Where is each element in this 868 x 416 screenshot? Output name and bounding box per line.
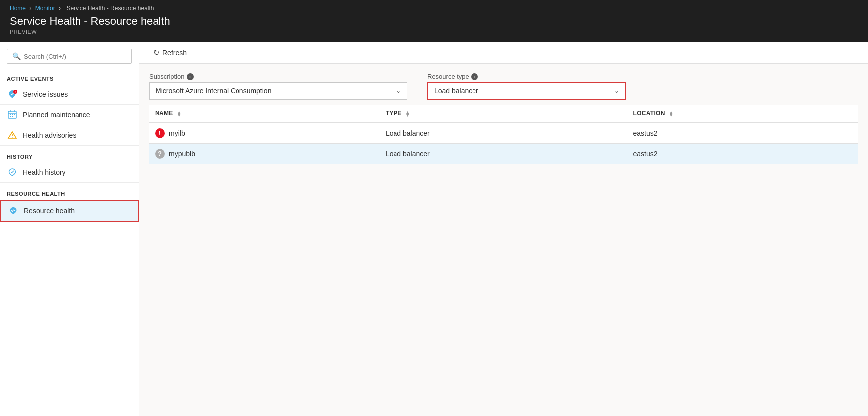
resource-type-value: Load balancer xyxy=(434,87,478,95)
subscription-select[interactable]: Microsoft Azure Internal Consumption ⌄ xyxy=(149,82,407,100)
resource-type-info-icon[interactable]: i xyxy=(471,73,478,80)
refresh-button[interactable]: ↻ Refresh xyxy=(149,46,191,59)
page-title: Service Health - Resource health xyxy=(10,15,858,28)
toolbar: ↻ Refresh xyxy=(139,42,868,64)
service-issues-icon: ! xyxy=(7,89,18,100)
svg-rect-8 xyxy=(14,114,15,115)
search-box[interactable]: 🔍 xyxy=(7,49,132,64)
subscription-info-icon[interactable]: i xyxy=(187,73,194,80)
resource-health-icon xyxy=(8,205,19,216)
content-area: ↻ Refresh Subscription i Microsoft Azure… xyxy=(139,42,868,416)
svg-rect-7 xyxy=(12,114,13,115)
svg-point-12 xyxy=(12,137,13,138)
breadcrumb-home[interactable]: Home xyxy=(10,5,26,12)
col-location-label: LOCATION xyxy=(633,110,665,117)
resources-table: NAME ▲▼ TYPE ▲▼ LOCATION ▲▼ xyxy=(149,105,858,164)
active-events-section-label: ACTIVE EVENTS xyxy=(0,72,139,84)
svg-rect-6 xyxy=(10,114,11,115)
resource-type-select[interactable]: Load balancer ⌄ xyxy=(427,82,626,100)
col-location-sort-icon[interactable]: ▲▼ xyxy=(669,111,673,117)
resource-type-chevron-icon: ⌄ xyxy=(614,87,619,94)
row1-status-icon: ! xyxy=(155,128,165,138)
row2-type: Load balancer xyxy=(380,143,628,164)
sidebar-item-planned-maintenance[interactable]: Planned maintenance xyxy=(0,105,139,125)
sidebar: 🔍 ACTIVE EVENTS ! Service issues xyxy=(0,42,139,416)
col-name-label: NAME xyxy=(155,110,173,117)
refresh-label: Refresh xyxy=(162,49,187,57)
subscription-label: Subscription i xyxy=(149,73,407,80)
breadcrumb-monitor[interactable]: Monitor xyxy=(35,5,55,12)
top-header: Home › Monitor › Service Health - Resour… xyxy=(0,0,868,42)
sidebar-item-service-issues[interactable]: ! Service issues xyxy=(0,84,139,105)
sidebar-item-health-advisories[interactable]: Health advisories xyxy=(0,125,139,146)
row1-name: myilb xyxy=(169,129,185,137)
breadcrumb: Home › Monitor › Service Health - Resour… xyxy=(10,5,858,12)
row2-status-icon: ? xyxy=(155,149,165,159)
sidebar-item-service-issues-label: Service issues xyxy=(23,90,68,98)
col-name-sort-icon[interactable]: ▲▼ xyxy=(177,111,181,117)
svg-rect-10 xyxy=(12,116,13,117)
col-header-name: NAME ▲▼ xyxy=(149,105,380,122)
resource-type-label: Resource type i xyxy=(427,73,626,80)
sidebar-item-resource-health-label: Resource health xyxy=(24,207,75,215)
sidebar-item-resource-health[interactable]: Resource health xyxy=(0,200,139,222)
search-input[interactable] xyxy=(24,53,126,60)
row2-location: eastus2 xyxy=(628,143,858,164)
col-header-location: LOCATION ▲▼ xyxy=(628,105,858,122)
refresh-icon: ↻ xyxy=(153,48,159,57)
filters-row: Subscription i Microsoft Azure Internal … xyxy=(139,64,868,105)
planned-maintenance-icon xyxy=(7,109,18,120)
row1-type: Load balancer xyxy=(380,123,628,144)
col-type-sort-icon[interactable]: ▲▼ xyxy=(405,111,410,117)
sidebar-item-health-history[interactable]: Health history xyxy=(0,163,139,183)
table-container: NAME ▲▼ TYPE ▲▼ LOCATION ▲▼ xyxy=(139,105,868,416)
table-row[interactable]: ! myilb Load balancer eastus2 xyxy=(149,123,858,144)
row1-name-cell: ! myilb xyxy=(149,123,380,144)
subscription-chevron-icon: ⌄ xyxy=(396,87,401,94)
health-history-icon xyxy=(7,167,18,178)
resource-health-section-label: RESOURCE HEALTH xyxy=(0,187,139,200)
row2-name: mypublb xyxy=(169,150,195,158)
svg-rect-9 xyxy=(10,116,11,117)
page-subtitle: PREVIEW xyxy=(10,29,858,35)
subscription-filter-group: Subscription i Microsoft Azure Internal … xyxy=(149,73,407,100)
table-row[interactable]: ? mypublb Load balancer eastus2 xyxy=(149,143,858,164)
col-header-type: TYPE ▲▼ xyxy=(380,105,628,122)
sidebar-item-health-advisories-label: Health advisories xyxy=(23,131,76,139)
health-advisories-icon xyxy=(7,130,18,141)
svg-rect-11 xyxy=(12,134,13,136)
resource-type-filter-group: Resource type i Load balancer ⌄ xyxy=(427,73,626,100)
search-icon: 🔍 xyxy=(12,52,21,60)
sidebar-item-planned-maintenance-label: Planned maintenance xyxy=(23,111,90,119)
breadcrumb-current: Service Health - Resource health xyxy=(66,5,154,12)
table-header-row: NAME ▲▼ TYPE ▲▼ LOCATION ▲▼ xyxy=(149,105,858,122)
row1-location: eastus2 xyxy=(628,123,858,144)
col-type-label: TYPE xyxy=(386,110,402,117)
sidebar-item-health-history-label: Health history xyxy=(23,168,66,176)
history-section-label: HISTORY xyxy=(0,150,139,163)
row2-name-cell: ? mypublb xyxy=(149,143,380,164)
subscription-value: Microsoft Azure Internal Consumption xyxy=(156,87,271,95)
